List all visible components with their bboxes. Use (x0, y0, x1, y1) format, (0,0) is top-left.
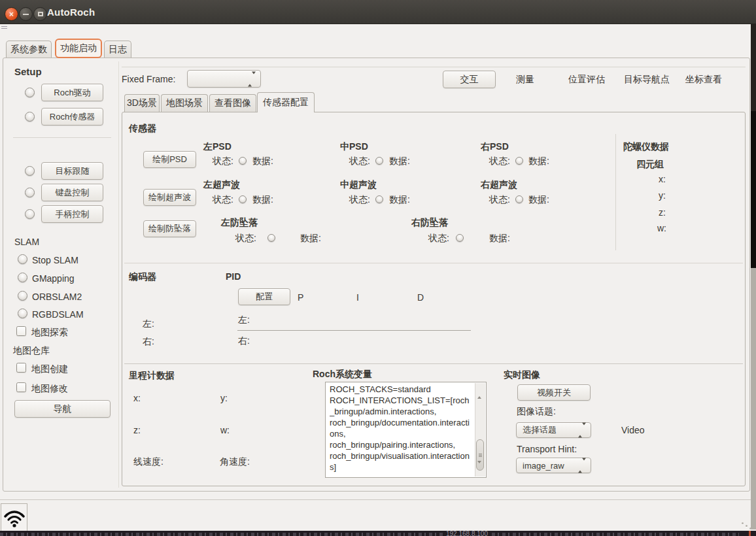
sensors-heading: 传感器 (129, 123, 156, 135)
transport-hint-value: image_raw (523, 461, 564, 471)
slam-orbslam2-radio[interactable] (18, 291, 27, 301)
odom-y-label: y: (220, 393, 228, 403)
right-cliff-data-label: 数据: (489, 233, 510, 244)
gamepad-ctrl-button[interactable]: 手柄控制 (41, 205, 103, 223)
wifi-button[interactable] (1, 503, 27, 533)
spinner-icon (248, 74, 256, 84)
map-create-label[interactable]: 地图创建 (31, 363, 68, 375)
viewtab-map-scene[interactable]: 地图场景 (161, 94, 208, 112)
close-icon[interactable]: × (5, 7, 18, 21)
roch-sensor-button[interactable]: Roch传感器 (41, 108, 103, 126)
odom-linear-vel-label: 线速度: (133, 456, 163, 468)
left-sonar-status-radio[interactable] (239, 195, 247, 203)
transport-hint-label: Transport Hint: (517, 444, 577, 454)
roch-sensor-radio[interactable] (25, 112, 35, 122)
terminal-cursor (749, 531, 751, 536)
minimize-icon[interactable] (19, 7, 33, 21)
fixed-frame-label: Fixed Frame: (122, 74, 175, 84)
right-cliff-status-radio[interactable] (456, 234, 464, 242)
left-cliff-status-radio[interactable] (267, 234, 275, 242)
mid-sonar-status-label: 状态: (349, 194, 370, 206)
system-vars-scrollbar[interactable] (475, 383, 485, 477)
odom-z-label: z: (133, 425, 141, 435)
viewtab-sensor-config[interactable]: 传感器配置 (257, 92, 315, 112)
map-modify-label[interactable]: 地图修改 (31, 383, 68, 395)
scroll-down-icon[interactable] (477, 463, 481, 474)
encoder-separator (124, 263, 743, 263)
navigate-button[interactable]: 导航 (14, 400, 111, 418)
roch-driver-radio[interactable] (25, 88, 35, 97)
spinner-icon (578, 461, 586, 471)
keyboard-ctrl-button[interactable]: 键盘控制 (41, 184, 103, 201)
gamepad-ctrl-radio[interactable] (25, 209, 35, 219)
map-explore-label[interactable]: 地图探索 (31, 327, 68, 339)
scroll-up-icon[interactable] (477, 386, 481, 397)
image-topic-value: 选择话题 (523, 424, 557, 436)
right-sonar-label: 右超声波 (481, 179, 517, 191)
tab-system-params[interactable]: 系统参数 (6, 41, 52, 58)
draw-cliff-button[interactable]: 绘制防坠落 (143, 220, 196, 237)
draw-psd-button[interactable]: 绘制PSD (143, 151, 196, 168)
map-modify-checkbox[interactable] (16, 382, 26, 392)
left-psd-status-label: 状态: (213, 156, 233, 167)
nav-goal-button[interactable]: 目标导航点 (624, 74, 670, 86)
left-psd-status-radio[interactable] (239, 157, 247, 165)
mid-psd-status-radio[interactable] (375, 157, 383, 165)
slam-gmapping-radio[interactable] (18, 273, 27, 282)
gyro-w-label: w: (657, 223, 666, 233)
wifi-icon (4, 509, 25, 528)
slam-orbslam2-label[interactable]: ORBSLAM2 (32, 292, 82, 302)
window-menu-icon (1, 25, 7, 30)
right-psd-status-label: 状态: (489, 156, 510, 167)
tab-log[interactable]: 日志 (104, 41, 131, 58)
slam-gmapping-label[interactable]: GMapping (32, 273, 75, 284)
odom-angular-vel-label: 角速度: (220, 456, 250, 468)
slam-stop-label[interactable]: Stop SLAM (32, 255, 78, 265)
left-psd-label: 左PSD (203, 141, 232, 153)
mid-sonar-status-radio[interactable] (375, 195, 383, 203)
background-window-sliver (751, 111, 756, 268)
map-create-checkbox[interactable] (16, 363, 26, 373)
slam-rgbdslam-radio[interactable] (18, 309, 27, 318)
resize-grip-icon[interactable] (742, 522, 744, 524)
sidebar-splitter[interactable] (118, 61, 119, 488)
sidebar-separator (13, 137, 111, 138)
mid-psd-status-label: 状态: (349, 156, 370, 167)
coord-view-button[interactable]: 坐标查看 (685, 74, 722, 86)
slam-stop-radio[interactable] (18, 254, 27, 264)
maximize-icon[interactable] (33, 7, 47, 21)
transport-hint-select[interactable]: image_raw (516, 458, 591, 473)
video-toggle-button[interactable]: 视频开关 (517, 384, 591, 401)
system-vars-textarea[interactable]: ROCH_STACKS=standard ROCH_INTERACTIONS_L… (325, 382, 487, 478)
interact-button[interactable]: 交互 (443, 71, 496, 88)
target-follow-radio[interactable] (25, 166, 35, 176)
right-psd-status-radio[interactable] (515, 157, 523, 165)
pose-estimate-button[interactable]: 位置评估 (568, 74, 605, 86)
fixed-frame-select[interactable] (187, 70, 261, 88)
app-window: × AutoRoch 系统参数 功能启动 日志 Setup Roch驱动 Roc… (0, 0, 756, 536)
image-topic-select[interactable]: 选择话题 (516, 422, 591, 438)
viewtab-view-image[interactable]: 查看图像 (209, 94, 256, 112)
right-sonar-data-label: 数据: (528, 194, 549, 206)
pid-p-label: P (298, 292, 303, 303)
map-explore-checkbox[interactable] (16, 326, 26, 336)
map-repo-heading: 地图仓库 (13, 345, 50, 357)
background-terminal-strip: 192.168.8.100 (0, 531, 756, 536)
measure-button[interactable]: 测量 (516, 74, 534, 86)
roch-driver-button[interactable]: Roch驱动 (41, 84, 103, 101)
viewtab-3d-scene[interactable]: 3D场景 (124, 94, 160, 112)
left-cliff-data-label: 数据: (300, 233, 321, 244)
target-follow-button[interactable]: 目标跟随 (41, 162, 103, 180)
draw-sonar-button[interactable]: 绘制超声波 (143, 189, 196, 206)
slam-rgbdslam-label[interactable]: RGBDSLAM (32, 309, 84, 320)
resize-grip-icon[interactable] (746, 525, 747, 527)
terminal-ip-text: 192.168.8.100 (443, 531, 490, 536)
keyboard-ctrl-radio[interactable] (25, 188, 35, 197)
pid-config-button[interactable]: 配置 (238, 288, 290, 305)
odometry-heading: 里程计数据 (129, 370, 175, 382)
left-sonar-status-label: 状态: (213, 194, 233, 206)
statusbar-separator (0, 499, 751, 500)
mid-psd-data-label: 数据: (389, 156, 410, 167)
tab-function-launch[interactable]: 功能启动 (55, 39, 102, 58)
right-sonar-status-radio[interactable] (515, 195, 523, 203)
